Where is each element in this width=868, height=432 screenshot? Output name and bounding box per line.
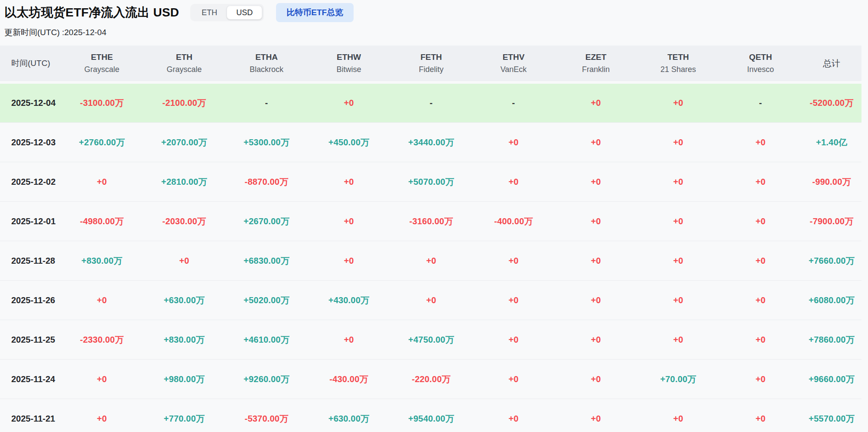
flow-value: +0 xyxy=(637,216,719,226)
flow-value: -8870.00万 xyxy=(225,176,308,188)
flow-value: +1.40亿 xyxy=(802,137,861,148)
flow-value: +0 xyxy=(637,137,719,147)
column-issuer: 21 Shares xyxy=(637,64,719,75)
flow-value: +0 xyxy=(390,256,472,266)
flow-value: +2070.00万 xyxy=(143,137,225,148)
column-header-teth: TETH21 Shares xyxy=(637,51,719,75)
flow-value: +0 xyxy=(472,414,555,424)
flow-value: +9260.00万 xyxy=(225,373,308,385)
flow-value: +7660.00万 xyxy=(802,255,861,267)
flow-value: +0 xyxy=(555,98,637,108)
flow-value: +830.00万 xyxy=(61,255,143,267)
table-row: 2025-11-28+830.00万+0+6830.00万+0+0+0+0+0+… xyxy=(0,241,861,281)
flow-value: +0 xyxy=(555,374,637,384)
flow-value: +0 xyxy=(308,177,390,187)
column-issuer: VanEck xyxy=(472,64,555,75)
column-ticker: QETH xyxy=(719,51,802,64)
flow-value: +0 xyxy=(555,216,637,226)
column-ticker: EZET xyxy=(555,51,637,64)
flow-value: +0 xyxy=(472,256,555,266)
table-header-row: 时间(UTC)ETHEGrayscaleETHGrayscaleETHABlac… xyxy=(0,46,861,81)
table-row: 2025-11-25-2330.00万+830.00万+4610.00万+0+4… xyxy=(0,320,861,360)
column-issuer: Grayscale xyxy=(61,64,143,75)
row-date: 2025-11-24 xyxy=(0,374,61,384)
row-date: 2025-11-28 xyxy=(0,256,61,266)
page-header: 以太坊现货ETF净流入流出 USD ETHUSD 比特币ETF总览 xyxy=(0,0,868,23)
page-title: 以太坊现货ETF净流入流出 USD xyxy=(4,4,179,21)
column-header-etha: ETHABlackrock xyxy=(225,51,308,75)
etf-flow-table: 时间(UTC)ETHEGrayscaleETHGrayscaleETHABlac… xyxy=(0,46,861,432)
update-time: 更新时间(UTC) :2025-12-04 xyxy=(0,23,868,38)
flow-value: +0 xyxy=(555,414,637,424)
flow-value: +5570.00万 xyxy=(802,413,861,425)
flow-value: - xyxy=(472,98,555,108)
flow-value: +0 xyxy=(637,98,719,108)
column-header-ezet: EZETFranklin xyxy=(555,51,637,75)
flow-value: +0 xyxy=(637,256,719,266)
page: 以太坊现货ETF净流入流出 USD ETHUSD 比特币ETF总览 更新时间(U… xyxy=(0,0,868,432)
table-row: 2025-12-02+0+2810.00万-8870.00万+0+5070.00… xyxy=(0,162,861,202)
flow-value: +5020.00万 xyxy=(225,295,308,306)
flow-value: +6080.00万 xyxy=(802,295,861,306)
flow-value: +0 xyxy=(472,335,555,345)
flow-value: +7860.00万 xyxy=(802,334,861,346)
flow-value: +70.00万 xyxy=(637,373,719,385)
flow-value: +0 xyxy=(472,137,555,147)
flow-value: +0 xyxy=(61,295,143,305)
column-ticker: ETHE xyxy=(61,51,143,64)
table-row: 2025-12-04-3100.00万-2100.00万-+0--+0+0--5… xyxy=(0,84,861,123)
flow-value: -7900.00万 xyxy=(802,216,861,227)
column-issuer: Blackrock xyxy=(225,64,308,75)
flow-value: +0 xyxy=(472,177,555,187)
flow-value: +2760.00万 xyxy=(61,137,143,148)
flow-value: -3160.00万 xyxy=(390,216,472,227)
table-row: 2025-11-26+0+630.00万+5020.00万+430.00万+0+… xyxy=(0,281,861,320)
row-date: 2025-12-04 xyxy=(0,98,61,108)
column-header-date: 时间(UTC) xyxy=(0,58,61,69)
flow-value: -2330.00万 xyxy=(61,334,143,346)
flow-value: +0 xyxy=(719,177,802,187)
column-ticker: ETHW xyxy=(308,51,390,64)
flow-value: +770.00万 xyxy=(143,413,225,425)
column-header-ethe: ETHEGrayscale xyxy=(61,51,143,75)
flow-value: +0 xyxy=(61,177,143,187)
row-date: 2025-12-02 xyxy=(0,177,61,187)
flow-value: +4750.00万 xyxy=(390,334,472,346)
flow-value: +0 xyxy=(555,256,637,266)
flow-value: -5370.00万 xyxy=(225,413,308,425)
flow-value: +5300.00万 xyxy=(225,137,308,148)
row-date: 2025-11-26 xyxy=(0,295,61,305)
flow-value: +630.00万 xyxy=(308,413,390,425)
flow-value: - xyxy=(225,98,308,108)
flow-value: +0 xyxy=(719,295,802,305)
flow-value: +0 xyxy=(308,98,390,108)
flow-value: -2100.00万 xyxy=(143,97,225,109)
column-header-feth: FETHFidelity xyxy=(390,51,472,75)
flow-value: +2670.00万 xyxy=(225,216,308,227)
column-issuer: Grayscale xyxy=(143,64,225,75)
column-issuer: Fidelity xyxy=(390,64,472,75)
flow-value: +980.00万 xyxy=(143,373,225,385)
currency-toggle[interactable]: ETHUSD xyxy=(190,4,264,21)
flow-value: +3440.00万 xyxy=(390,137,472,148)
flow-value: +0 xyxy=(472,374,555,384)
column-ticker: FETH xyxy=(390,51,472,64)
flow-value: +0 xyxy=(61,414,143,424)
flow-value: -220.00万 xyxy=(390,373,472,385)
flow-value: - xyxy=(719,98,802,108)
column-header-total: 总计 xyxy=(802,58,861,69)
flow-value: +0 xyxy=(61,374,143,384)
flow-value: +0 xyxy=(719,335,802,345)
row-date: 2025-12-01 xyxy=(0,216,61,226)
toggle-option-usd[interactable]: USD xyxy=(227,6,262,20)
flow-value: +6830.00万 xyxy=(225,255,308,267)
btc-etf-overview-button[interactable]: 比特币ETF总览 xyxy=(276,3,354,22)
flow-value: +0 xyxy=(390,295,472,305)
toggle-option-eth[interactable]: ETH xyxy=(192,6,227,20)
flow-value: +0 xyxy=(308,216,390,226)
flow-value: +0 xyxy=(719,256,802,266)
flow-value: +630.00万 xyxy=(143,295,225,306)
table-row: 2025-12-01-4980.00万-2030.00万+2670.00万+0-… xyxy=(0,202,861,241)
flow-value: +0 xyxy=(308,335,390,345)
flow-value: +9660.00万 xyxy=(802,373,861,385)
